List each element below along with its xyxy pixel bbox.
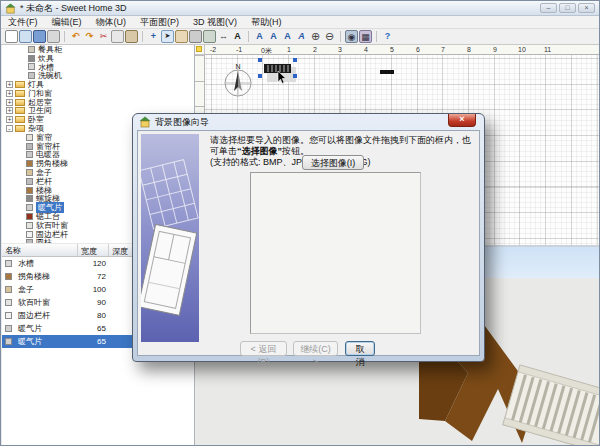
save-icon[interactable] [33, 30, 46, 43]
folder-icon [15, 81, 25, 88]
selected-radiator-plan-item[interactable] [247, 51, 307, 87]
zoom-out-icon[interactable]: ⊖ [323, 30, 336, 43]
menu-plan[interactable]: 平面图(P) [133, 16, 186, 29]
close-button[interactable]: × [578, 3, 595, 13]
menu-3d-view[interactable]: 3D 视图(V) [186, 16, 244, 29]
menu-edit[interactable]: 编辑(E) [45, 16, 89, 29]
folder-icon [15, 125, 25, 132]
pan-tool-icon[interactable] [175, 30, 188, 43]
radiator-plan-item[interactable] [380, 70, 394, 74]
wizard-illustration [141, 134, 199, 342]
compass-north-label: N [235, 63, 240, 70]
toolbar-separator [248, 31, 249, 42]
print-icon[interactable] [47, 30, 60, 43]
menu-furniture[interactable]: 物体(U) [89, 16, 134, 29]
folder-icon [15, 99, 25, 106]
toolbar: ↶ ↷ ✂ + ➤ ↔ A A A A A ⊕ ⊖ ◉ ▦ ? [1, 29, 599, 45]
corner-staircase-icon [5, 273, 12, 280]
sink-icon [5, 260, 12, 267]
ruler-corner-marker [196, 46, 202, 52]
create-walls-icon[interactable] [189, 30, 202, 43]
column-icon [26, 239, 33, 243]
cooktop-icon [28, 55, 35, 62]
image-drop-zone[interactable] [250, 172, 421, 334]
box-icon [5, 286, 12, 293]
dialog-close-button[interactable]: × [448, 114, 476, 127]
toolbar-separator [340, 31, 341, 42]
toolbar-separator [376, 31, 377, 42]
expand-icon[interactable]: + [6, 99, 13, 106]
curtain-icon [26, 134, 33, 141]
fixed-railing-icon [5, 312, 12, 319]
undo-icon[interactable]: ↶ [69, 30, 82, 43]
radiator-3d[interactable] [503, 365, 600, 446]
catalog-item-sink[interactable]: 水槽 [2, 63, 194, 72]
column-width[interactable]: 宽度 [78, 244, 109, 256]
background-image-wizard-dialog: 背景图像向导 × [132, 113, 485, 362]
staircase-icon [26, 187, 33, 194]
italic-text-icon[interactable]: A [295, 30, 308, 43]
menu-help[interactable]: 帮助(H) [244, 16, 289, 29]
open-icon[interactable] [19, 30, 32, 43]
venetian-blind-icon [26, 222, 33, 229]
continue-button[interactable]: 继续(C) > [293, 341, 338, 356]
fixed-railing-icon [26, 231, 33, 238]
expand-icon[interactable]: + [6, 107, 13, 114]
venetian-blind-icon [5, 299, 12, 306]
window-title: * 未命名 - Sweet Home 3D [20, 2, 127, 15]
collapse-icon[interactable]: - [6, 125, 13, 132]
cupboard-icon [28, 46, 35, 53]
expand-icon[interactable]: + [6, 90, 13, 97]
add-furniture-icon[interactable]: + [147, 30, 160, 43]
toolbar-separator [64, 31, 65, 42]
title-bar: * 未命名 - Sweet Home 3D – □ × [1, 1, 599, 16]
radiator-icon [5, 325, 12, 332]
folder-icon [15, 116, 25, 123]
create-dimensions-icon[interactable]: ↔ [217, 30, 230, 43]
cut-icon[interactable]: ✂ [97, 30, 110, 43]
new-document-icon[interactable] [5, 30, 18, 43]
back-button[interactable]: < 返回(B) [240, 341, 287, 356]
radiator-icon [5, 338, 12, 345]
decor-tool-icon-2[interactable]: A [267, 30, 280, 43]
video-icon[interactable]: ▦ [359, 30, 372, 43]
menu-file[interactable]: 文件(F) [1, 16, 45, 29]
app-window: * 未命名 - Sweet Home 3D – □ × 文件(F) 编辑(E) … [0, 0, 600, 446]
cancel-button[interactable]: 取消 [345, 341, 375, 356]
column-name[interactable]: 名称 [2, 244, 78, 256]
create-rooms-icon[interactable] [203, 30, 216, 43]
minimize-button[interactable]: – [540, 3, 557, 13]
create-text-icon[interactable]: A [231, 30, 244, 43]
folder-icon [15, 107, 25, 114]
spiral-staircase-icon [26, 195, 33, 202]
zoom-in-icon[interactable]: ⊕ [309, 30, 322, 43]
help-icon[interactable]: ? [381, 30, 394, 43]
redo-icon[interactable]: ↷ [83, 30, 96, 43]
expand-icon[interactable]: + [6, 81, 13, 88]
text-style-icon[interactable]: A [281, 30, 294, 43]
photo-icon[interactable]: ◉ [345, 30, 358, 43]
paste-icon[interactable] [125, 30, 138, 43]
railing-icon [26, 178, 33, 185]
box-icon [26, 169, 33, 176]
electric-heater-icon [26, 151, 33, 158]
decor-tool-icon-1[interactable]: A [253, 30, 266, 43]
sink-icon [28, 63, 35, 70]
maximize-button[interactable]: □ [559, 3, 576, 13]
corner-staircase-icon [26, 160, 33, 167]
dialog-icon [139, 116, 151, 128]
folder-icon [15, 90, 25, 97]
menu-bar: 文件(F) 编辑(E) 物体(U) 平面图(P) 3D 视图(V) 帮助(H) [1, 16, 599, 29]
curtain-rod-icon [26, 143, 33, 150]
radiator-icon [26, 204, 33, 211]
catalog-item-cooktop[interactable]: 炊具 [2, 54, 194, 63]
select-tool-icon[interactable]: ➤ [161, 30, 174, 43]
copy-icon[interactable] [111, 30, 124, 43]
toolbar-separator [142, 31, 143, 42]
choose-image-button[interactable]: 选择图像(I) [302, 155, 364, 170]
saw-table-icon [26, 213, 33, 220]
expand-icon[interactable]: + [6, 116, 13, 123]
ruler-corner [195, 45, 205, 55]
catalog-item-cupboard[interactable]: 餐具柜 [2, 45, 194, 54]
dialog-title: 背景图像向导 [155, 116, 209, 129]
